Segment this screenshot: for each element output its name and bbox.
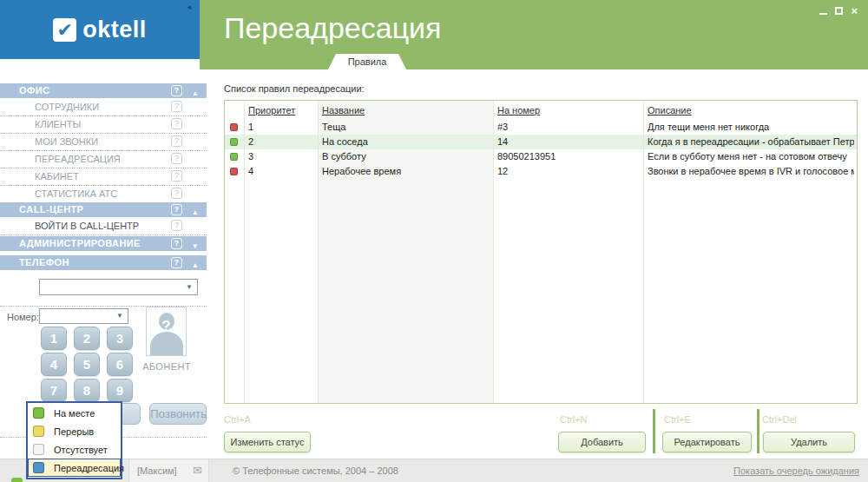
sidebar-section-phone[interactable]: ТЕЛЕФОН ? ▲ — [0, 255, 207, 270]
chevron-down-icon: ▼ — [186, 283, 193, 291]
status-color-swatch — [33, 407, 44, 419]
sidebar-collapse-icon[interactable]: ◄ — [186, 3, 193, 11]
sidebar-item-forwarding[interactable]: ПЕРЕАДРЕСАЦИЯ ? — [0, 151, 207, 168]
rule-status-indicator — [230, 138, 238, 146]
help-icon[interactable]: ? — [171, 257, 182, 268]
help-icon[interactable]: ? — [171, 188, 182, 199]
page-title: Переадресация — [224, 11, 442, 45]
column-divider — [493, 101, 494, 403]
keypad-1[interactable]: 1 — [41, 327, 67, 350]
cell-number: 12 — [497, 164, 508, 179]
help-icon[interactable]: ? — [171, 220, 182, 231]
status-option-available[interactable]: На месте — [28, 404, 121, 422]
sidebar-item-clients[interactable]: КЛИЕНТЫ ? — [0, 116, 207, 134]
help-icon[interactable]: ? — [171, 101, 182, 112]
col-header-number[interactable]: На номер — [497, 101, 540, 120]
tab-rules[interactable]: Правила — [328, 54, 406, 69]
subscriber-avatar: ? — [146, 307, 187, 356]
keypad-4[interactable]: 4 — [41, 353, 67, 376]
section-label: АДМИНИСТРИРОВАНИЕ — [19, 238, 141, 248]
minimize-icon[interactable] — [819, 13, 827, 15]
call-button[interactable]: Позвонить — [149, 403, 207, 425]
cell-priority: 2 — [248, 135, 253, 149]
cell-description: Когда я в переадресации - обрабатывает П… — [648, 135, 854, 149]
rule-status-indicator — [230, 153, 238, 161]
sidebar-section-call-center[interactable]: CALL-ЦЕНТР ? ▲ — [0, 202, 207, 217]
envelope-icon[interactable]: ✉ — [193, 459, 202, 482]
table-row-selected[interactable]: 2 На соседа 14 Когда я в переадресации -… — [225, 135, 857, 149]
help-icon[interactable]: ? — [171, 153, 182, 164]
sidebar-item-pbx-statistics[interactable]: СТАТИСТИКА АТС ? — [0, 186, 207, 203]
cell-name: Нерабочее время — [322, 164, 401, 179]
cell-number: 14 — [497, 135, 508, 149]
phone-line-select[interactable]: ▼ — [39, 279, 198, 295]
table-row[interactable]: 3 В субботу 89050213951 Если в субботу м… — [225, 149, 857, 164]
table-row[interactable]: 1 Теща #3 Для тещи меня нет никогда — [225, 120, 857, 135]
edit-button[interactable]: Редактировать — [662, 432, 752, 452]
col-header-name[interactable]: Название — [322, 101, 365, 120]
cell-priority: 1 — [248, 120, 253, 135]
status-color-swatch — [33, 426, 44, 437]
delete-button[interactable]: Удалить — [763, 432, 855, 452]
sidebar-item-enter-call-center[interactable]: ВОЙТИ В CALL-ЦЕНТР ? — [0, 218, 207, 235]
keypad-3[interactable]: 3 — [107, 327, 133, 350]
status-option-label: Перерыв — [54, 426, 94, 437]
column-divider — [643, 101, 644, 403]
keypad-9[interactable]: 9 — [107, 379, 133, 402]
keypad-5[interactable]: 5 — [74, 353, 100, 376]
sidebar-item-label: КАБИНЕТ — [35, 171, 79, 182]
avatar-silhouette — [150, 332, 183, 356]
help-icon[interactable]: ? — [171, 204, 182, 215]
sidebar-item-label: КЛИЕНТЫ — [35, 119, 81, 129]
section-label: CALL-ЦЕНТР — [19, 204, 83, 215]
chevron-down-icon[interactable]: ▼ — [192, 239, 199, 254]
sidebar-item-cabinet[interactable]: КАБИНЕТ ? — [0, 168, 207, 186]
maximize-icon[interactable] — [835, 7, 843, 15]
add-button[interactable]: Добавить — [558, 432, 646, 452]
col-header-priority[interactable]: Приоритет — [248, 101, 295, 120]
rule-status-indicator — [230, 123, 238, 131]
rules-list-label: Список правил переадресации: — [224, 83, 365, 94]
keypad-6[interactable]: 6 — [107, 353, 133, 376]
column-divider — [318, 101, 319, 403]
cell-name: Теща — [322, 120, 345, 135]
number-label: Номер: — [7, 312, 39, 322]
help-icon[interactable]: ? — [171, 238, 182, 249]
status-option-forwarding[interactable]: Переадресация — [28, 459, 121, 477]
status-option-break[interactable]: Перерыв — [28, 422, 121, 440]
keypad-2[interactable]: 2 — [74, 327, 100, 350]
oktell-logo-text: oktell — [82, 17, 147, 43]
help-icon[interactable]: ? — [171, 85, 182, 96]
show-waiting-queue-link[interactable]: Показать очередь ожидания — [733, 459, 859, 482]
keypad-7[interactable]: 7 — [41, 379, 67, 402]
chevron-up-icon[interactable]: ▲ — [192, 258, 199, 273]
sidebar-item-employees[interactable]: СОТРУДНИКИ ? — [0, 99, 207, 116]
page-header: Переадресация × — [200, 0, 868, 69]
sidebar-item-label: СТАТИСТИКА АТС — [35, 188, 117, 199]
help-icon[interactable]: ? — [171, 170, 182, 182]
table-row[interactable]: 4 Нерабочее время 12 Звонки в нерабочее … — [225, 164, 857, 179]
application-window: ✔ oktell ◄ Переадресация × Правила ОФИС … — [0, 0, 868, 482]
close-icon[interactable]: × — [851, 6, 858, 16]
shortcut-edit: Ctrl+E — [664, 414, 691, 425]
footer-bar: [Максим] ✉ © Телефонные системы, 2004 – … — [0, 459, 868, 482]
sidebar-item-label: МОИ ЗВОНКИ — [35, 136, 98, 147]
sidebar-section-administration[interactable]: АДМИНИСТРИРОВАНИЕ ? ▼ — [0, 236, 207, 251]
help-icon[interactable]: ? — [171, 118, 182, 129]
rule-status-indicator — [230, 168, 238, 175]
keypad-8[interactable]: 8 — [74, 379, 100, 402]
user-panel: [Максим] ✉ — [128, 459, 209, 482]
cell-description: Для тещи меня нет никогда — [648, 120, 854, 135]
divider — [757, 409, 760, 453]
shortcut-change-status: Ctrl+A — [224, 414, 251, 425]
user-name: [Максим] — [137, 459, 177, 482]
section-label: ОФИС — [19, 85, 49, 96]
status-option-absent[interactable]: Отсутствует — [28, 440, 121, 459]
sidebar-section-office[interactable]: ОФИС ? ▲ — [0, 83, 207, 98]
number-select[interactable]: ▼ — [39, 308, 128, 324]
sidebar-item-my-calls[interactable]: МОИ ЗВОНКИ ? — [0, 134, 207, 151]
divider — [653, 409, 655, 453]
col-header-description[interactable]: Описание — [648, 101, 692, 120]
change-status-button[interactable]: Изменить статус — [224, 432, 311, 452]
help-icon[interactable]: ? — [171, 135, 182, 147]
